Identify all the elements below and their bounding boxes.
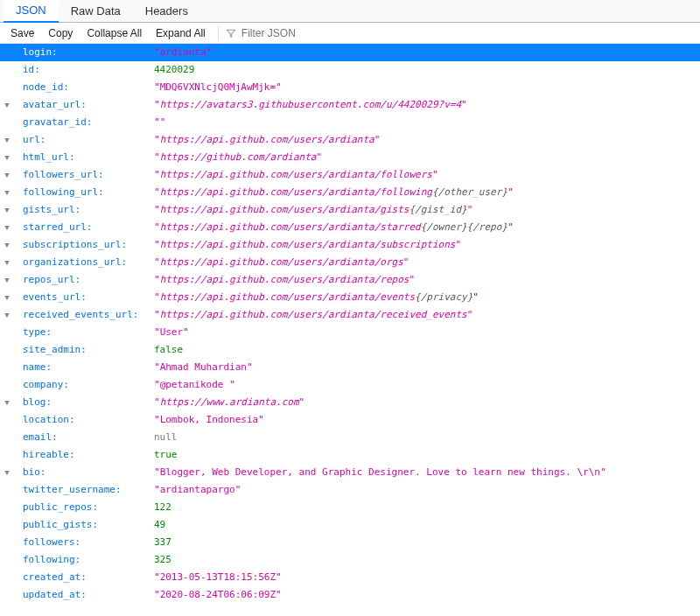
json-value: "https://api.github.com/users/ardianta/f… bbox=[154, 184, 700, 201]
json-row-url[interactable]: ▼url:"https://api.github.com/users/ardia… bbox=[0, 131, 700, 149]
json-key[interactable]: bio: bbox=[23, 464, 154, 481]
json-key[interactable]: site_admin: bbox=[23, 341, 154, 359]
json-row-location[interactable]: location:"Lombok, Indonesia" bbox=[0, 411, 700, 429]
json-key[interactable]: starred_url: bbox=[23, 219, 154, 236]
json-row-starred_url[interactable]: ▼starred_url:"https://api.github.com/use… bbox=[0, 219, 700, 236]
json-row-created_at[interactable]: created_at:"2013-05-13T18:15:56Z" bbox=[0, 569, 700, 586]
json-key[interactable]: events_url: bbox=[23, 289, 154, 306]
json-row-events_url[interactable]: ▼events_url:"https://api.github.com/user… bbox=[0, 289, 700, 306]
json-key[interactable]: hireable: bbox=[23, 446, 154, 464]
json-row-updated_at[interactable]: updated_at:"2020-08-24T06:06:09Z" bbox=[0, 586, 700, 604]
expand-toggle-icon[interactable]: ▼ bbox=[2, 149, 12, 166]
json-key[interactable]: url: bbox=[23, 131, 154, 149]
json-key[interactable]: avatar_url: bbox=[23, 96, 154, 114]
json-key[interactable]: public_repos: bbox=[23, 499, 154, 516]
json-key[interactable]: type: bbox=[23, 324, 154, 341]
json-row-company[interactable]: company:"@petanikode " bbox=[0, 376, 700, 394]
json-key[interactable]: organizations_url: bbox=[23, 254, 154, 271]
json-row-bio[interactable]: ▼bio:"Blogger, Web Developer, and Graphi… bbox=[0, 464, 700, 481]
json-key[interactable]: html_url: bbox=[23, 149, 154, 166]
json-key[interactable]: location: bbox=[23, 411, 154, 429]
json-row-public_gists[interactable]: public_gists:49 bbox=[0, 516, 700, 534]
copy-button[interactable]: Copy bbox=[46, 25, 74, 41]
json-key[interactable]: id: bbox=[23, 61, 154, 79]
json-row-avatar_url[interactable]: ▼avatar_url:"https://avatars3.githubuser… bbox=[0, 96, 700, 114]
tab-headers[interactable]: Headers bbox=[133, 0, 200, 23]
expand-toggle-icon[interactable]: ▼ bbox=[2, 219, 12, 236]
json-row-subscriptions_url[interactable]: ▼subscriptions_url:"https://api.github.c… bbox=[0, 236, 700, 254]
json-row-site_admin[interactable]: site_admin:false bbox=[0, 341, 700, 359]
json-row-repos_url[interactable]: ▼repos_url:"https://api.github.com/users… bbox=[0, 271, 700, 289]
json-row-type[interactable]: type:"User" bbox=[0, 324, 700, 341]
json-key[interactable]: subscriptions_url: bbox=[23, 236, 154, 254]
filter-json-input[interactable] bbox=[240, 26, 345, 40]
json-key[interactable]: name: bbox=[23, 359, 154, 376]
json-key[interactable]: email: bbox=[23, 429, 154, 446]
expand-all-button[interactable]: Expand All bbox=[154, 25, 207, 41]
save-button[interactable]: Save bbox=[9, 25, 36, 41]
expand-toggle-icon[interactable]: ▼ bbox=[2, 306, 12, 324]
json-value: "ardianta" bbox=[154, 44, 700, 61]
json-row-html_url[interactable]: ▼html_url:"https://github.com/ardianta" bbox=[0, 149, 700, 166]
json-key[interactable]: blog: bbox=[23, 394, 154, 411]
expand-toggle-icon[interactable]: ▼ bbox=[2, 166, 12, 184]
json-key[interactable]: following_url: bbox=[23, 184, 154, 201]
json-tree[interactable]: login:"ardianta"id:4420029node_id:"MDQ6V… bbox=[0, 44, 700, 604]
json-key[interactable]: public_gists: bbox=[23, 516, 154, 534]
json-row-login[interactable]: login:"ardianta" bbox=[0, 44, 700, 61]
expand-toggle-icon[interactable]: ▼ bbox=[2, 254, 12, 271]
expand-toggle-icon[interactable]: ▼ bbox=[2, 131, 12, 149]
json-key[interactable]: gists_url: bbox=[23, 201, 154, 219]
json-value: "https://www.ardianta.com" bbox=[154, 394, 700, 411]
json-key[interactable]: updated_at: bbox=[23, 586, 154, 604]
json-value: 337 bbox=[154, 534, 700, 551]
json-key[interactable]: login: bbox=[23, 44, 154, 61]
json-value: "Ahmad Muhardian" bbox=[154, 359, 700, 376]
json-row-id[interactable]: id:4420029 bbox=[0, 61, 700, 79]
json-key[interactable]: node_id: bbox=[23, 79, 154, 96]
json-row-gravatar_id[interactable]: gravatar_id:"" bbox=[0, 114, 700, 131]
json-key[interactable]: company: bbox=[23, 376, 154, 394]
json-key[interactable]: twitter_username: bbox=[23, 481, 154, 499]
json-value: "https://api.github.com/users/ardianta/s… bbox=[154, 219, 700, 236]
json-key[interactable]: followers_url: bbox=[23, 166, 154, 184]
json-row-followers_url[interactable]: ▼followers_url:"https://api.github.com/u… bbox=[0, 166, 700, 184]
expand-toggle-icon[interactable]: ▼ bbox=[2, 464, 12, 481]
json-key[interactable]: followers: bbox=[23, 534, 154, 551]
json-row-name[interactable]: name:"Ahmad Muhardian" bbox=[0, 359, 700, 376]
json-row-following[interactable]: following:325 bbox=[0, 551, 700, 569]
expand-toggle-icon[interactable]: ▼ bbox=[2, 289, 12, 306]
json-row-received_events_url[interactable]: ▼received_events_url:"https://api.github… bbox=[0, 306, 700, 324]
json-value: "https://api.github.com/users/ardianta/e… bbox=[154, 289, 700, 306]
json-key[interactable]: repos_url: bbox=[23, 271, 154, 289]
json-row-twitter_username[interactable]: twitter_username:"ardiantapargo" bbox=[0, 481, 700, 499]
json-row-node_id[interactable]: node_id:"MDQ6VXNlcjQ0MjAwMjk=" bbox=[0, 79, 700, 96]
json-row-following_url[interactable]: ▼following_url:"https://api.github.com/u… bbox=[0, 184, 700, 201]
json-key[interactable]: following: bbox=[23, 551, 154, 569]
tab-json[interactable]: JSON bbox=[4, 0, 59, 23]
json-row-organizations_url[interactable]: ▼organizations_url:"https://api.github.c… bbox=[0, 254, 700, 271]
expand-toggle-icon[interactable]: ▼ bbox=[2, 394, 12, 411]
json-value: true bbox=[154, 446, 700, 464]
json-row-public_repos[interactable]: public_repos:122 bbox=[0, 499, 700, 516]
json-row-blog[interactable]: ▼blog:"https://www.ardianta.com" bbox=[0, 394, 700, 411]
json-row-followers[interactable]: followers:337 bbox=[0, 534, 700, 551]
expand-toggle-icon[interactable]: ▼ bbox=[2, 184, 12, 201]
json-key[interactable]: received_events_url: bbox=[23, 306, 154, 324]
expand-toggle-icon[interactable]: ▼ bbox=[2, 201, 12, 219]
json-value: "https://api.github.com/users/ardianta/s… bbox=[154, 236, 700, 254]
expand-toggle-icon[interactable]: ▼ bbox=[2, 271, 12, 289]
json-value: "Lombok, Indonesia" bbox=[154, 411, 700, 429]
json-row-hireable[interactable]: hireable:true bbox=[0, 446, 700, 464]
expand-toggle-icon[interactable]: ▼ bbox=[2, 96, 12, 114]
json-value: "ardiantapargo" bbox=[154, 481, 700, 499]
json-row-email[interactable]: email:null bbox=[0, 429, 700, 446]
filter-icon bbox=[226, 28, 236, 38]
expand-toggle-icon[interactable]: ▼ bbox=[2, 236, 12, 254]
json-value: false bbox=[154, 341, 700, 359]
json-key[interactable]: gravatar_id: bbox=[23, 114, 154, 131]
collapse-all-button[interactable]: Collapse All bbox=[85, 25, 144, 41]
json-key[interactable]: created_at: bbox=[23, 569, 154, 586]
json-row-gists_url[interactable]: ▼gists_url:"https://api.github.com/users… bbox=[0, 201, 700, 219]
tab-rawdata[interactable]: Raw Data bbox=[59, 0, 133, 23]
